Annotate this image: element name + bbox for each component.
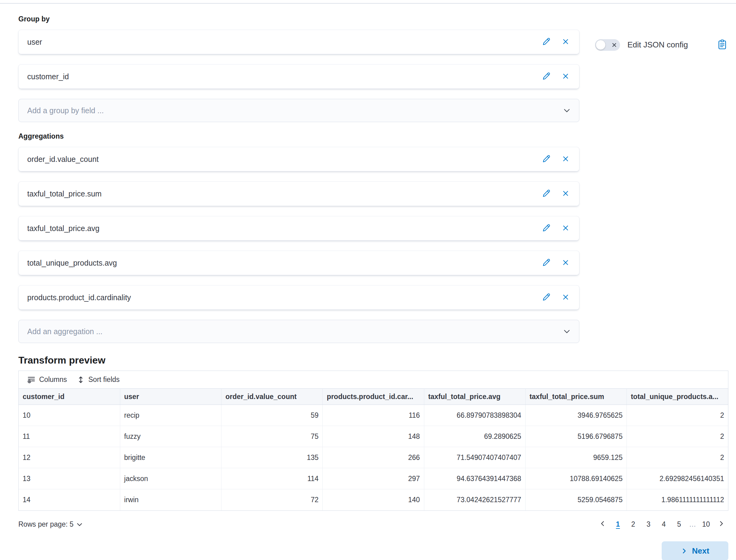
pencil-icon [542, 155, 550, 164]
header-row: customer_id user order_id.value_count pr… [19, 389, 728, 405]
x-icon [562, 259, 569, 267]
table-row: 13 jackson 114 297 94.63764391447368 107… [19, 468, 728, 489]
add-group-by-field-select[interactable] [18, 99, 579, 122]
column-header-user[interactable]: user [120, 389, 221, 405]
cell: 9659.125 [525, 447, 626, 468]
group-by-item-label: user [27, 38, 532, 47]
column-header-customer-id[interactable]: customer_id [19, 389, 120, 405]
cell: 10 [19, 405, 120, 426]
cell: 10788.69140625 [525, 468, 626, 489]
aggregation-item-label: products.product_id.cardinality [27, 293, 532, 302]
aggregation-item-products-product-id-cardinality: products.product_id.cardinality [18, 285, 579, 310]
next-page-button[interactable] [714, 517, 728, 532]
cell: 5196.6796875 [525, 426, 626, 447]
cell: 73.04242621527777 [424, 489, 525, 510]
aggregation-item-taxful-total-price-sum: taxful_total_price.sum [18, 181, 579, 206]
page-button-2[interactable]: 2 [626, 517, 640, 532]
cell: 297 [323, 468, 424, 489]
cell: 2 [627, 405, 728, 426]
next-button-label: Next [692, 546, 709, 556]
x-icon [562, 73, 569, 81]
edit-aggregation-button[interactable] [540, 153, 552, 166]
add-aggregation-select[interactable] [18, 320, 579, 343]
aggregations-label: Aggregations [18, 132, 579, 140]
cell: recip [120, 405, 221, 426]
grid-footer: Rows per page: 5 1 2 3 4 5 … 10 [18, 517, 728, 532]
column-header-taxful-total-price-avg[interactable]: taxful_total_price.avg [424, 389, 525, 405]
remove-aggregation-button[interactable] [560, 153, 571, 165]
table-row: 10 recip 59 116 66.89790783898304 3946.9… [19, 405, 728, 426]
page-button-3[interactable]: 3 [641, 517, 656, 532]
edit-aggregation-button[interactable] [540, 257, 552, 269]
aggregation-item-total-unique-products-avg: total_unique_products.avg [18, 251, 579, 275]
pencil-icon [542, 189, 550, 198]
transform-wizard-step: Group by user customer_id [0, 4, 736, 560]
edit-aggregation-button[interactable] [540, 188, 552, 200]
edit-aggregation-button[interactable] [540, 291, 552, 304]
page-button-5[interactable]: 5 [672, 517, 686, 532]
cell: fuzzy [120, 426, 221, 447]
add-group-by-field-input[interactable] [27, 106, 562, 115]
edit-aggregation-button[interactable] [540, 222, 552, 235]
page-button-10[interactable]: 10 [699, 517, 713, 532]
next-button[interactable]: Next [662, 541, 728, 560]
table-row: 11 fuzzy 75 148 69.2890625 5196.6796875 … [19, 426, 728, 447]
column-header-total-unique-products-avg[interactable]: total_unique_products.a... [627, 389, 728, 405]
aggregation-item-order-id-value-count: order_id.value_count [18, 147, 579, 171]
rows-per-page-button[interactable]: Rows per page: 5 [18, 520, 83, 528]
columns-button-label: Columns [39, 375, 67, 384]
edit-group-by-user-button[interactable] [540, 36, 552, 48]
page-button-1[interactable]: 1 [611, 517, 625, 532]
page-button-4[interactable]: 4 [657, 517, 671, 532]
cell: 75 [222, 426, 323, 447]
sort-fields-button-label: Sort fields [88, 375, 120, 384]
cell: 12 [19, 447, 120, 468]
columns-button[interactable]: Columns [22, 371, 72, 388]
preview-table: customer_id user order_id.value_count pr… [19, 388, 728, 510]
pencil-icon [542, 38, 550, 47]
remove-aggregation-button[interactable] [560, 292, 571, 304]
remove-group-by-customer-id-button[interactable] [560, 71, 571, 83]
cell: 5259.0546875 [525, 489, 626, 510]
columns-icon [27, 375, 36, 384]
cell: 72 [222, 489, 323, 510]
cell: 13 [19, 468, 120, 489]
remove-group-by-user-button[interactable] [560, 36, 571, 48]
group-by-label: Group by [18, 15, 579, 23]
aggregation-item-label: total_unique_products.avg [27, 259, 532, 267]
cell: 69.2890625 [424, 426, 525, 447]
cell: 94.63764391447368 [424, 468, 525, 489]
pencil-icon [542, 72, 550, 81]
edit-group-by-customer-id-button[interactable] [540, 70, 552, 83]
sort-fields-icon [77, 376, 85, 384]
cell: 266 [323, 447, 424, 468]
sort-fields-button[interactable]: Sort fields [72, 371, 125, 388]
chevron-left-icon [599, 520, 606, 529]
group-by-item-label: customer_id [27, 72, 532, 81]
cell: irwin [120, 489, 221, 510]
top-divider [0, 0, 736, 4]
column-header-taxful-total-price-sum[interactable]: taxful_total_price.sum [525, 389, 626, 405]
pencil-icon [542, 224, 550, 233]
edit-json-config-label: Edit JSON config [627, 40, 688, 50]
remove-aggregation-button[interactable] [560, 188, 571, 200]
remove-aggregation-button[interactable] [560, 257, 571, 269]
transform-preview-grid: Columns Sort fields customer_id user ord… [18, 371, 728, 511]
previous-page-button[interactable] [596, 517, 610, 532]
wizard-actions: Next [18, 541, 728, 560]
group-by-item-user: user [18, 30, 579, 54]
table-row: 14 irwin 72 140 73.04242621527777 5259.0… [19, 489, 728, 510]
chevron-down-icon [562, 327, 571, 336]
column-header-order-id-value-count[interactable]: order_id.value_count [222, 389, 323, 405]
pagination: 1 2 3 4 5 … 10 [596, 517, 728, 532]
cell: 11 [19, 426, 120, 447]
pencil-icon [542, 293, 550, 302]
copy-config-button[interactable] [716, 38, 728, 52]
remove-aggregation-button[interactable] [560, 222, 571, 234]
column-header-products-product-id-cardinality[interactable]: products.product_id.car... [323, 389, 424, 405]
cell: 2 [627, 447, 728, 468]
cell: 1.9861111111111112 [627, 489, 728, 510]
edit-json-config-toggle[interactable] [595, 39, 620, 51]
cell: 148 [323, 426, 424, 447]
add-aggregation-input[interactable] [27, 327, 562, 336]
